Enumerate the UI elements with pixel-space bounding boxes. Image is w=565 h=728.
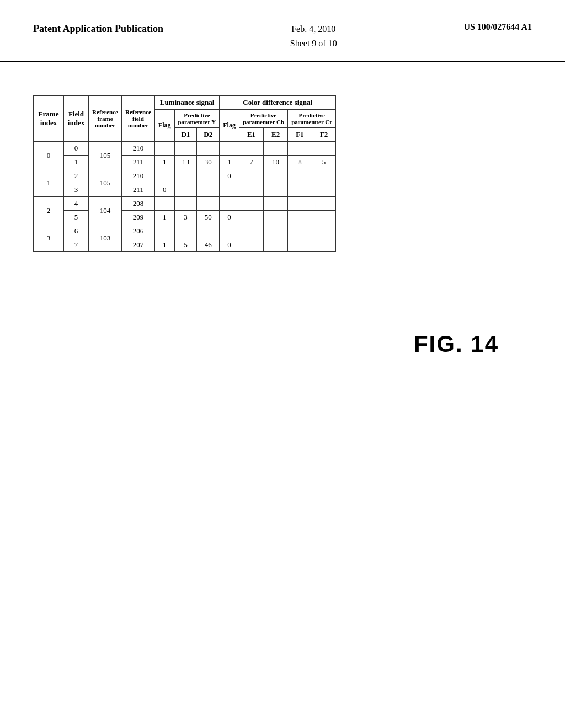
col-d1: D1 — [174, 128, 197, 142]
col-lum-flag: Flag — [154, 110, 174, 142]
cell-frame-index: 0 — [34, 142, 64, 169]
cell-color-flag — [220, 142, 239, 156]
cell-d1 — [174, 183, 197, 197]
publication-title: Patent Application Publication — [33, 22, 163, 36]
cell-color-flag — [220, 224, 239, 238]
cell-color-flag: 0 — [220, 211, 239, 224]
col-ref-field: Referencefieldnumber — [122, 96, 155, 142]
cell-lum-flag: 0 — [154, 183, 174, 197]
col-frame-index: Frameindex — [34, 96, 64, 142]
cell-f1 — [288, 238, 312, 252]
cell-e1 — [239, 142, 263, 156]
cell-field-index: 4 — [64, 197, 89, 211]
table-row: 32110 — [34, 183, 336, 197]
cell-ref-field: 207 — [122, 238, 155, 252]
table-row: 24104208 — [34, 197, 336, 211]
cell-color-flag: 0 — [220, 238, 239, 252]
cell-ref-field: 210 — [122, 142, 155, 156]
cell-d1: 13 — [174, 156, 197, 169]
cell-e2 — [264, 224, 288, 238]
col-f2: F2 — [312, 128, 336, 142]
table-row: 00105210 — [34, 142, 336, 156]
cell-f2 — [312, 238, 336, 252]
cell-d2 — [197, 224, 220, 238]
table-row: 720715460 — [34, 238, 336, 252]
cell-d2: 30 — [197, 156, 220, 169]
cell-e1 — [239, 224, 263, 238]
cell-e1 — [239, 197, 263, 211]
cell-frame-index: 2 — [34, 197, 64, 224]
cell-lum-flag: 1 — [154, 238, 174, 252]
cell-d1 — [174, 224, 197, 238]
cell-f2 — [312, 169, 336, 183]
table-row: 121111330171085 — [34, 156, 336, 169]
cell-f2 — [312, 224, 336, 238]
cell-ref-field: 208 — [122, 197, 155, 211]
cell-color-flag: 1 — [220, 156, 239, 169]
cell-ref-frame: 105 — [89, 169, 122, 197]
cell-lum-flag — [154, 142, 174, 156]
main-content: Frameindex Fieldindex Referenceframenumb… — [0, 62, 565, 285]
cell-field-index: 6 — [64, 224, 89, 238]
cell-color-flag — [220, 197, 239, 211]
cell-ref-field: 206 — [122, 224, 155, 238]
cell-f1: 8 — [288, 156, 312, 169]
table-row: 36103206 — [34, 224, 336, 238]
col-pred-cr: Predictiveparamemter Cr — [288, 110, 336, 128]
header-center: Feb. 4, 2010 Sheet 9 of 10 — [290, 22, 337, 50]
page-header: Patent Application Publication Feb. 4, 2… — [0, 0, 565, 62]
cell-e1 — [239, 183, 263, 197]
sheet-info: Sheet 9 of 10 — [290, 39, 337, 48]
cell-ref-field: 210 — [122, 169, 155, 183]
cell-d1: 3 — [174, 211, 197, 224]
cell-field-index: 2 — [64, 169, 89, 183]
cell-field-index: 1 — [64, 156, 89, 169]
cell-d1 — [174, 142, 197, 156]
cell-d2: 46 — [197, 238, 220, 252]
col-e1: E1 — [239, 128, 263, 142]
cell-f1 — [288, 183, 312, 197]
cell-f1 — [288, 224, 312, 238]
cell-field-index: 5 — [64, 211, 89, 224]
col-color-signal: Color difference signal — [220, 96, 336, 110]
cell-f1 — [288, 142, 312, 156]
cell-f2 — [312, 211, 336, 224]
cell-frame-index: 3 — [34, 224, 64, 252]
cell-e1 — [239, 211, 263, 224]
col-d2: D2 — [197, 128, 220, 142]
cell-d1: 5 — [174, 238, 197, 252]
cell-e1 — [239, 169, 263, 183]
cell-e2 — [264, 197, 288, 211]
cell-d1 — [174, 169, 197, 183]
table-container: Frameindex Fieldindex Referenceframenumb… — [33, 95, 336, 252]
data-table: Frameindex Fieldindex Referenceframenumb… — [33, 95, 336, 252]
cell-e2 — [264, 238, 288, 252]
cell-f2 — [312, 183, 336, 197]
patent-number: US 100/027644 A1 — [463, 22, 532, 32]
cell-lum-flag: 1 — [154, 156, 174, 169]
table-row: 520913500 — [34, 211, 336, 224]
cell-d2 — [197, 169, 220, 183]
cell-lum-flag — [154, 169, 174, 183]
col-e2: E2 — [264, 128, 288, 142]
cell-ref-frame: 103 — [89, 224, 122, 252]
cell-ref-frame: 105 — [89, 142, 122, 169]
col-lum-signal: Luminance signal — [154, 96, 219, 110]
cell-f2 — [312, 142, 336, 156]
cell-d2: 50 — [197, 211, 220, 224]
cell-field-index: 3 — [64, 183, 89, 197]
cell-field-index: 0 — [64, 142, 89, 156]
cell-e2: 10 — [264, 156, 288, 169]
col-pred-y: Predictiveparamemter Y — [174, 110, 220, 128]
table-row: 121052100 — [34, 169, 336, 183]
cell-f1 — [288, 169, 312, 183]
col-pred-cb: Predictiveparamemter Cb — [239, 110, 287, 128]
cell-d2 — [197, 183, 220, 197]
cell-ref-field: 211 — [122, 156, 155, 169]
cell-e2 — [264, 211, 288, 224]
cell-ref-field: 209 — [122, 211, 155, 224]
col-field-index: Fieldindex — [64, 96, 89, 142]
col-ref-frame: Referenceframenumber — [89, 96, 122, 142]
cell-d1 — [174, 197, 197, 211]
cell-e1: 7 — [239, 156, 263, 169]
